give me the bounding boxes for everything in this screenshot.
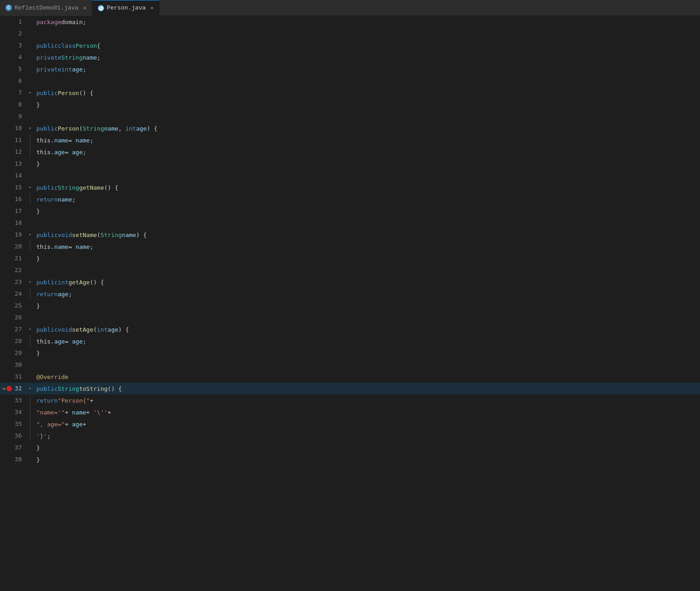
fold-gutter[interactable]: ▾: [25, 122, 35, 134]
code-line[interactable]: public Person(String name, int age) {: [35, 122, 700, 134]
code-line[interactable]: this.age = age;: [35, 146, 700, 158]
code-line[interactable]: private String name;: [35, 51, 700, 63]
fold-gutter[interactable]: [25, 253, 35, 264]
fold-gutter[interactable]: [25, 75, 35, 87]
fold-gutter[interactable]: [25, 312, 35, 323]
fold-gutter[interactable]: [25, 16, 35, 28]
line-number: 28: [13, 335, 25, 347]
fold-chevron-icon[interactable]: ▾: [29, 386, 31, 391]
code-line[interactable]: return "Person{" +: [35, 394, 700, 406]
line-number: 2: [13, 28, 25, 40]
fold-gutter[interactable]: [25, 335, 35, 347]
fold-gutter[interactable]: [25, 134, 35, 146]
tab-reflect-close[interactable]: ✕: [83, 5, 86, 11]
fold-gutter[interactable]: ▾: [25, 182, 35, 193]
code-line[interactable]: [35, 264, 700, 276]
breakpoint-area[interactable]: ⇒: [0, 386, 13, 392]
fold-gutter[interactable]: [25, 28, 35, 40]
fold-chevron-icon[interactable]: ▾: [29, 279, 31, 285]
fold-chevron-icon[interactable]: ▾: [29, 90, 31, 96]
code-line[interactable]: return age;: [35, 288, 700, 300]
fold-gutter[interactable]: [25, 264, 35, 276]
code-line[interactable]: [35, 359, 700, 371]
fold-gutter[interactable]: [25, 288, 35, 300]
fold-gutter[interactable]: [25, 347, 35, 359]
fold-gutter[interactable]: [25, 99, 35, 111]
fold-gutter[interactable]: [25, 359, 35, 371]
code-line[interactable]: [35, 217, 700, 229]
fold-gutter[interactable]: ▾: [25, 229, 35, 241]
code-line[interactable]: "name='" + name + '\'' +: [35, 406, 700, 418]
fold-gutter[interactable]: ▾: [25, 323, 35, 335]
code-line[interactable]: ", age=" + age +: [35, 418, 700, 430]
code-line[interactable]: this.age = age;: [35, 335, 700, 347]
fold-gutter[interactable]: [25, 40, 35, 51]
code-line[interactable]: public String toString() {: [35, 383, 700, 394]
code-line[interactable]: public void setName(String name) {: [35, 229, 700, 241]
code-line[interactable]: }: [35, 158, 700, 170]
code-line[interactable]: public class Person {: [35, 40, 700, 51]
code-line[interactable]: public Person() {: [35, 87, 700, 99]
fold-gutter[interactable]: [25, 430, 35, 442]
fold-gutter[interactable]: [25, 406, 35, 418]
line-number: 19: [13, 229, 25, 241]
editor-content[interactable]: 1package domain;23public class Person {4…: [0, 16, 700, 591]
code-line[interactable]: public int getAge() {: [35, 276, 700, 288]
editor-row: 38}: [0, 454, 700, 465]
fold-gutter[interactable]: [25, 205, 35, 217]
code-line[interactable]: }: [35, 300, 700, 312]
fold-gutter[interactable]: [25, 158, 35, 170]
fold-gutter[interactable]: ▾: [25, 87, 35, 99]
fold-gutter[interactable]: [25, 418, 35, 430]
fold-gutter[interactable]: [25, 454, 35, 465]
fold-gutter[interactable]: [25, 146, 35, 158]
fold-gutter[interactable]: [25, 217, 35, 229]
code-line[interactable]: }: [35, 454, 700, 465]
code-line[interactable]: @Override: [35, 371, 700, 383]
code-line[interactable]: return name;: [35, 193, 700, 205]
tab-reflectdemo[interactable]: C ReflectDemo01.java ✕: [0, 0, 92, 16]
fold-gutter[interactable]: ▾: [25, 383, 35, 394]
tab-person[interactable]: C Person.java ✕: [92, 0, 160, 16]
fold-gutter[interactable]: [25, 442, 35, 454]
fold-chevron-icon[interactable]: ▾: [29, 126, 31, 131]
code-line[interactable]: package domain;: [35, 16, 700, 28]
line-number: 37: [13, 442, 25, 454]
code-line[interactable]: }: [35, 205, 700, 217]
code-line[interactable]: private int age;: [35, 63, 700, 75]
code-line[interactable]: [35, 28, 700, 40]
code-line[interactable]: public String getName() {: [35, 182, 700, 193]
fold-gutter[interactable]: [25, 241, 35, 253]
fold-gutter[interactable]: [25, 170, 35, 182]
editor-row: 12 this.age = age;: [0, 146, 700, 158]
fold-gutter[interactable]: [25, 63, 35, 75]
code-line[interactable]: this.name = name;: [35, 241, 700, 253]
code-line[interactable]: }: [35, 99, 700, 111]
ide-window: C ReflectDemo01.java ✕ C Person.java ✕ 1…: [0, 0, 700, 591]
fold-vertical-line: [30, 193, 30, 205]
fold-gutter[interactable]: [25, 371, 35, 383]
code-line[interactable]: [35, 75, 700, 87]
code-line[interactable]: [35, 111, 700, 122]
tab-person-close[interactable]: ✕: [151, 5, 154, 11]
code-line[interactable]: [35, 312, 700, 323]
editor-row: 36 '}';: [0, 430, 700, 442]
editor-row: 5 private int age;: [0, 63, 700, 75]
fold-chevron-icon[interactable]: ▾: [29, 327, 31, 332]
fold-gutter[interactable]: [25, 300, 35, 312]
fold-gutter[interactable]: ▾: [25, 276, 35, 288]
code-line[interactable]: this.name = name;: [35, 134, 700, 146]
code-line[interactable]: [35, 170, 700, 182]
code-line[interactable]: '}';: [35, 430, 700, 442]
code-line[interactable]: public void setAge(int age) {: [35, 323, 700, 335]
fold-gutter[interactable]: [25, 51, 35, 63]
fold-chevron-icon[interactable]: ▾: [29, 185, 31, 190]
fold-gutter[interactable]: [25, 111, 35, 122]
line-number: 10: [13, 122, 25, 134]
code-line[interactable]: }: [35, 442, 700, 454]
fold-gutter[interactable]: [25, 193, 35, 205]
fold-gutter[interactable]: [25, 394, 35, 406]
code-line[interactable]: }: [35, 347, 700, 359]
code-line[interactable]: }: [35, 253, 700, 264]
fold-chevron-icon[interactable]: ▾: [29, 232, 31, 237]
